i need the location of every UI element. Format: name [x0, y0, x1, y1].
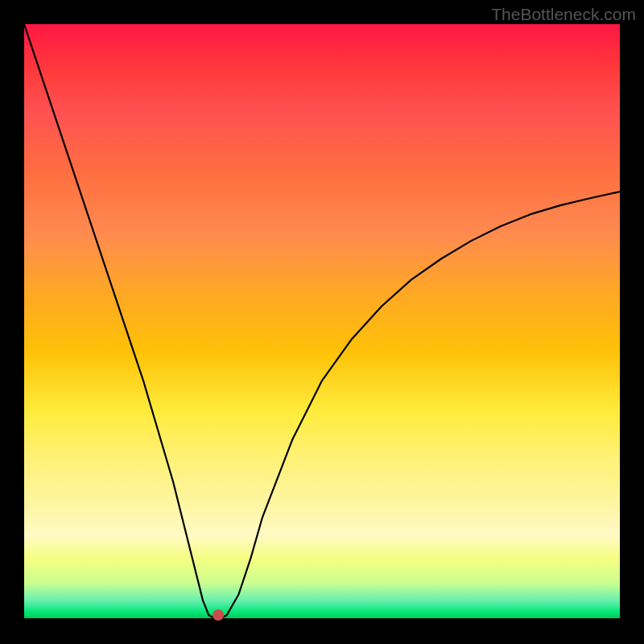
curve-svg [24, 24, 620, 618]
optimal-point-marker [213, 609, 224, 621]
plot-area [24, 24, 620, 618]
bottleneck-curve [24, 24, 620, 618]
chart-container: TheBottleneck.com [0, 0, 644, 644]
watermark-text: TheBottleneck.com [491, 5, 636, 24]
